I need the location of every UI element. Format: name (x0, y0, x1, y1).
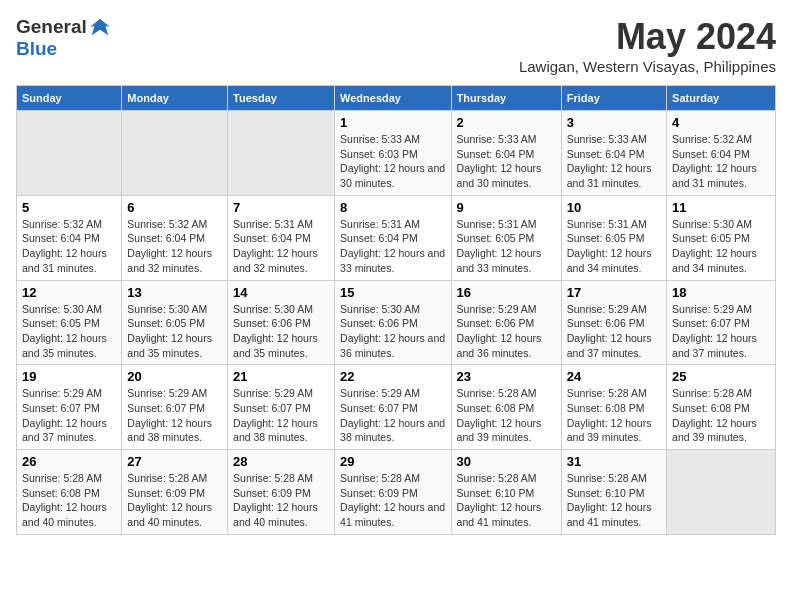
day-number: 24 (567, 369, 661, 384)
calendar-cell: 14 Sunrise: 5:30 AM Sunset: 6:06 PM Dayl… (228, 280, 335, 365)
weekday-header-saturday: Saturday (667, 86, 776, 111)
sunrise-text: Sunrise: 5:28 AM (127, 472, 207, 484)
day-number: 31 (567, 454, 661, 469)
day-number: 11 (672, 200, 770, 215)
day-number: 13 (127, 285, 222, 300)
sunset-text: Sunset: 6:09 PM (340, 487, 418, 499)
calendar-cell: 4 Sunrise: 5:32 AM Sunset: 6:04 PM Dayli… (667, 111, 776, 196)
sunrise-text: Sunrise: 5:29 AM (457, 303, 537, 315)
daylight-text: Daylight: 12 hours and 31 minutes. (22, 247, 107, 274)
daylight-text: Daylight: 12 hours and 38 minutes. (233, 417, 318, 444)
cell-info: Sunrise: 5:28 AM Sunset: 6:08 PM Dayligh… (22, 471, 116, 530)
sunset-text: Sunset: 6:04 PM (672, 148, 750, 160)
calendar-cell: 8 Sunrise: 5:31 AM Sunset: 6:04 PM Dayli… (335, 195, 452, 280)
cell-info: Sunrise: 5:29 AM Sunset: 6:07 PM Dayligh… (340, 386, 446, 445)
daylight-text: Daylight: 12 hours and 39 minutes. (672, 417, 757, 444)
calendar-cell: 27 Sunrise: 5:28 AM Sunset: 6:09 PM Dayl… (122, 450, 228, 535)
calendar-cell: 28 Sunrise: 5:28 AM Sunset: 6:09 PM Dayl… (228, 450, 335, 535)
sunrise-text: Sunrise: 5:28 AM (22, 472, 102, 484)
cell-info: Sunrise: 5:28 AM Sunset: 6:10 PM Dayligh… (457, 471, 556, 530)
sunset-text: Sunset: 6:08 PM (457, 402, 535, 414)
calendar-cell: 10 Sunrise: 5:31 AM Sunset: 6:05 PM Dayl… (561, 195, 666, 280)
daylight-text: Daylight: 12 hours and 33 minutes. (457, 247, 542, 274)
page-header: General Blue May 2024 Lawigan, Western V… (16, 16, 776, 75)
calendar-cell: 29 Sunrise: 5:28 AM Sunset: 6:09 PM Dayl… (335, 450, 452, 535)
calendar-cell: 19 Sunrise: 5:29 AM Sunset: 6:07 PM Dayl… (17, 365, 122, 450)
sunset-text: Sunset: 6:08 PM (22, 487, 100, 499)
cell-info: Sunrise: 5:30 AM Sunset: 6:05 PM Dayligh… (672, 217, 770, 276)
day-number: 6 (127, 200, 222, 215)
cell-info: Sunrise: 5:33 AM Sunset: 6:04 PM Dayligh… (567, 132, 661, 191)
sunrise-text: Sunrise: 5:31 AM (567, 218, 647, 230)
daylight-text: Daylight: 12 hours and 38 minutes. (340, 417, 445, 444)
cell-info: Sunrise: 5:32 AM Sunset: 6:04 PM Dayligh… (127, 217, 222, 276)
daylight-text: Daylight: 12 hours and 32 minutes. (127, 247, 212, 274)
sunrise-text: Sunrise: 5:30 AM (340, 303, 420, 315)
day-number: 22 (340, 369, 446, 384)
logo-general-text: General (16, 16, 87, 38)
daylight-text: Daylight: 12 hours and 41 minutes. (457, 501, 542, 528)
calendar-cell: 22 Sunrise: 5:29 AM Sunset: 6:07 PM Dayl… (335, 365, 452, 450)
calendar-week-row: 12 Sunrise: 5:30 AM Sunset: 6:05 PM Dayl… (17, 280, 776, 365)
cell-info: Sunrise: 5:29 AM Sunset: 6:06 PM Dayligh… (567, 302, 661, 361)
weekday-header-row: SundayMondayTuesdayWednesdayThursdayFrid… (17, 86, 776, 111)
sunset-text: Sunset: 6:04 PM (340, 232, 418, 244)
sunrise-text: Sunrise: 5:29 AM (672, 303, 752, 315)
calendar-cell: 30 Sunrise: 5:28 AM Sunset: 6:10 PM Dayl… (451, 450, 561, 535)
sunrise-text: Sunrise: 5:30 AM (22, 303, 102, 315)
cell-info: Sunrise: 5:31 AM Sunset: 6:05 PM Dayligh… (567, 217, 661, 276)
day-number: 27 (127, 454, 222, 469)
day-number: 21 (233, 369, 329, 384)
calendar-cell: 3 Sunrise: 5:33 AM Sunset: 6:04 PM Dayli… (561, 111, 666, 196)
cell-info: Sunrise: 5:28 AM Sunset: 6:08 PM Dayligh… (672, 386, 770, 445)
calendar-cell: 21 Sunrise: 5:29 AM Sunset: 6:07 PM Dayl… (228, 365, 335, 450)
daylight-text: Daylight: 12 hours and 38 minutes. (127, 417, 212, 444)
daylight-text: Daylight: 12 hours and 31 minutes. (672, 162, 757, 189)
sunrise-text: Sunrise: 5:32 AM (127, 218, 207, 230)
daylight-text: Daylight: 12 hours and 35 minutes. (127, 332, 212, 359)
day-number: 26 (22, 454, 116, 469)
logo-bird-icon (89, 16, 111, 38)
cell-info: Sunrise: 5:32 AM Sunset: 6:04 PM Dayligh… (22, 217, 116, 276)
calendar-cell: 12 Sunrise: 5:30 AM Sunset: 6:05 PM Dayl… (17, 280, 122, 365)
cell-info: Sunrise: 5:30 AM Sunset: 6:05 PM Dayligh… (22, 302, 116, 361)
cell-info: Sunrise: 5:28 AM Sunset: 6:09 PM Dayligh… (340, 471, 446, 530)
calendar-cell: 15 Sunrise: 5:30 AM Sunset: 6:06 PM Dayl… (335, 280, 452, 365)
sunset-text: Sunset: 6:03 PM (340, 148, 418, 160)
sunset-text: Sunset: 6:10 PM (567, 487, 645, 499)
daylight-text: Daylight: 12 hours and 30 minutes. (340, 162, 445, 189)
day-number: 28 (233, 454, 329, 469)
sunrise-text: Sunrise: 5:31 AM (233, 218, 313, 230)
daylight-text: Daylight: 12 hours and 41 minutes. (340, 501, 445, 528)
daylight-text: Daylight: 12 hours and 37 minutes. (672, 332, 757, 359)
sunrise-text: Sunrise: 5:28 AM (457, 387, 537, 399)
calendar-cell: 31 Sunrise: 5:28 AM Sunset: 6:10 PM Dayl… (561, 450, 666, 535)
sunset-text: Sunset: 6:07 PM (233, 402, 311, 414)
cell-info: Sunrise: 5:29 AM Sunset: 6:07 PM Dayligh… (22, 386, 116, 445)
sunrise-text: Sunrise: 5:31 AM (457, 218, 537, 230)
sunset-text: Sunset: 6:04 PM (457, 148, 535, 160)
sunrise-text: Sunrise: 5:30 AM (672, 218, 752, 230)
day-number: 3 (567, 115, 661, 130)
sunrise-text: Sunrise: 5:33 AM (567, 133, 647, 145)
sunset-text: Sunset: 6:09 PM (233, 487, 311, 499)
sunrise-text: Sunrise: 5:28 AM (567, 387, 647, 399)
calendar-cell: 13 Sunrise: 5:30 AM Sunset: 6:05 PM Dayl… (122, 280, 228, 365)
sunrise-text: Sunrise: 5:28 AM (457, 472, 537, 484)
calendar-cell: 5 Sunrise: 5:32 AM Sunset: 6:04 PM Dayli… (17, 195, 122, 280)
sunset-text: Sunset: 6:04 PM (567, 148, 645, 160)
sunset-text: Sunset: 6:07 PM (127, 402, 205, 414)
day-number: 4 (672, 115, 770, 130)
sunrise-text: Sunrise: 5:32 AM (672, 133, 752, 145)
daylight-text: Daylight: 12 hours and 36 minutes. (340, 332, 445, 359)
calendar-cell: 17 Sunrise: 5:29 AM Sunset: 6:06 PM Dayl… (561, 280, 666, 365)
sunset-text: Sunset: 6:06 PM (233, 317, 311, 329)
calendar-week-row: 1 Sunrise: 5:33 AM Sunset: 6:03 PM Dayli… (17, 111, 776, 196)
cell-info: Sunrise: 5:32 AM Sunset: 6:04 PM Dayligh… (672, 132, 770, 191)
sunrise-text: Sunrise: 5:29 AM (22, 387, 102, 399)
cell-info: Sunrise: 5:29 AM Sunset: 6:06 PM Dayligh… (457, 302, 556, 361)
calendar-cell: 2 Sunrise: 5:33 AM Sunset: 6:04 PM Dayli… (451, 111, 561, 196)
day-number: 12 (22, 285, 116, 300)
calendar-cell: 23 Sunrise: 5:28 AM Sunset: 6:08 PM Dayl… (451, 365, 561, 450)
weekday-header-wednesday: Wednesday (335, 86, 452, 111)
